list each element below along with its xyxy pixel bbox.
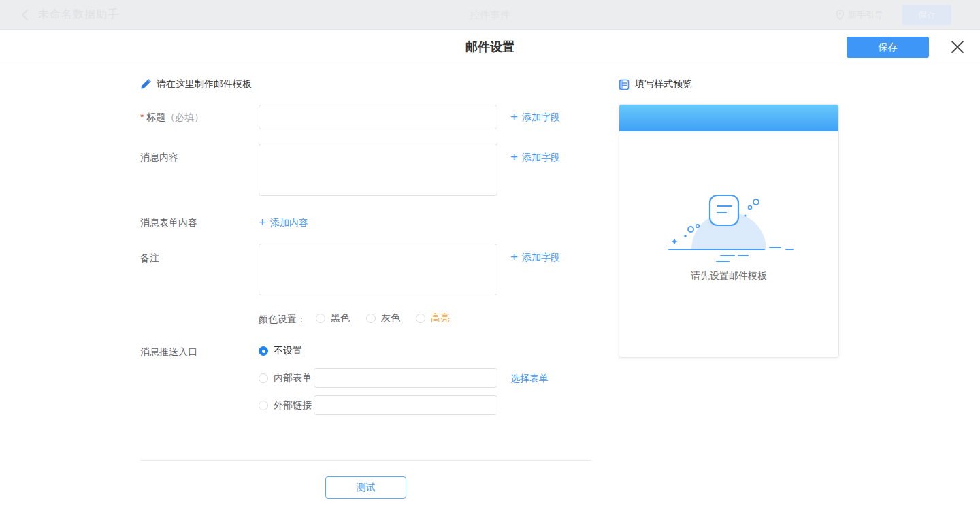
location-pin-icon [836,10,845,20]
title-input[interactable] [259,105,497,129]
test-button[interactable]: 测试 [325,476,406,499]
content-textarea[interactable] [259,144,497,196]
plus-icon: + [510,112,518,122]
field-label-form-content: 消息表单内容 [140,217,197,228]
radio-circle-icon [366,314,376,323]
page-header: 未命名数据助手 控件事件 新手引导 保存 [0,0,980,30]
radio-circle-icon [416,314,425,323]
form-section-header: 请在这里制作邮件模板 [140,78,252,90]
preview-section-title: 填写样式预览 [635,78,692,90]
radio-circle-icon [259,346,268,356]
radio-color-black[interactable]: 黑色 [316,312,350,325]
radio-push-none[interactable]: 不设置 [259,345,302,357]
push-entry-label: 消息推送入口 [140,346,197,357]
radio-label: 内部表单 [274,372,312,384]
radio-label: 不设置 [274,345,302,357]
field-label-title: * 标题（必填） [140,112,203,122]
radio-circle-icon [316,314,325,323]
guide-label: 新手引导 [848,9,883,21]
email-template-empty-illustration [619,190,838,265]
external-link-input[interactable] [314,395,497,415]
preview-section-header: 填写样式预览 [619,78,692,90]
radio-label: 黑色 [331,312,350,325]
preview-placeholder-text: 请先设置邮件模板 [619,270,838,282]
preview-card: 请先设置邮件模板 [619,104,839,358]
close-icon[interactable] [950,39,965,54]
modal-header: 邮件设置 保存 [0,30,980,63]
form-section-title: 请在这里制作邮件模板 [157,78,252,90]
guide-link[interactable]: 新手引导 [836,9,883,21]
radio-color-highlight[interactable]: 高亮 [416,312,450,325]
internal-form-input[interactable] [314,368,497,388]
add-content-link[interactable]: + 添加内容 [259,217,308,228]
modal-title: 邮件设置 [0,39,980,55]
save-button[interactable]: 保存 [847,37,929,58]
add-field-link-remark[interactable]: + 添加字段 [510,252,560,263]
radio-circle-icon [259,401,268,410]
select-form-link[interactable]: 选择表单 [510,373,549,384]
plus-icon: + [510,252,518,262]
add-field-link-content[interactable]: + 添加字段 [510,152,560,163]
tab-control-event[interactable]: 控件事件 [0,9,980,22]
field-label-content: 消息内容 [140,152,178,163]
radio-circle-icon [259,373,268,383]
remark-textarea[interactable] [259,244,497,295]
radio-label: 高亮 [431,312,450,325]
pencil-icon [140,79,151,90]
radio-push-external-link[interactable]: 外部链接 [259,399,312,412]
form-divider [140,460,591,461]
radio-push-internal-form[interactable]: 内部表单 [259,372,312,384]
email-settings-modal: 邮件设置 保存 请在这里制作邮件模板 * 标题（必填） + 添加字段 消息内容 … [0,30,980,515]
preview-card-header [619,105,838,131]
plus-icon: + [510,152,518,162]
header-save-button[interactable]: 保存 [902,5,951,25]
required-mark: * [140,112,144,122]
radio-label: 灰色 [381,312,400,325]
color-setting-label: 颜色设置： [259,314,306,325]
preview-doc-icon [619,79,630,90]
field-label-remark: 备注 [140,252,159,263]
add-field-link-title[interactable]: + 添加字段 [510,112,560,122]
radio-color-gray[interactable]: 灰色 [366,312,400,325]
plus-icon: + [259,218,266,227]
radio-label: 外部链接 [274,399,312,412]
